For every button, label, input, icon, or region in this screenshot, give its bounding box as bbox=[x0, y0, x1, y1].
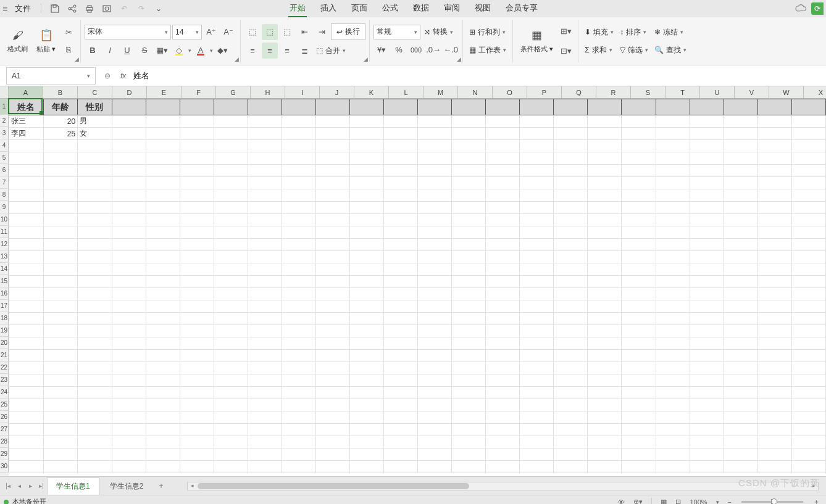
cell-I26[interactable] bbox=[282, 411, 316, 424]
cell-N4[interactable] bbox=[452, 140, 486, 152]
cell-C16[interactable] bbox=[78, 288, 112, 300]
cell-O13[interactable] bbox=[486, 251, 520, 263]
cell-R1[interactable] bbox=[588, 99, 622, 115]
cell-Q2[interactable] bbox=[554, 115, 588, 128]
font-name-combo[interactable]: 宋体▾ bbox=[85, 25, 171, 39]
cell-A21[interactable] bbox=[9, 350, 44, 362]
cell-O10[interactable] bbox=[486, 214, 520, 226]
cell-V28[interactable] bbox=[724, 436, 757, 448]
cell-O15[interactable] bbox=[486, 276, 520, 288]
cell-P10[interactable] bbox=[520, 214, 554, 226]
view-normal-icon[interactable]: ▦ bbox=[658, 498, 669, 504]
cell-S28[interactable] bbox=[622, 436, 656, 448]
cell-T24[interactable] bbox=[656, 387, 690, 399]
cell-T23[interactable] bbox=[656, 374, 690, 387]
cell-P1[interactable] bbox=[520, 99, 554, 115]
cell-N23[interactable] bbox=[452, 374, 486, 387]
cell-S25[interactable] bbox=[622, 399, 656, 411]
cell-C19[interactable] bbox=[78, 325, 112, 337]
cell-P2[interactable] bbox=[520, 115, 554, 128]
cell-L19[interactable] bbox=[384, 325, 418, 337]
cell-I5[interactable] bbox=[282, 152, 316, 165]
cell-X17[interactable] bbox=[791, 300, 825, 313]
cell-F11[interactable] bbox=[180, 226, 214, 239]
cell-L24[interactable] bbox=[384, 387, 418, 399]
highlight-icon[interactable]: ◆▾ bbox=[214, 43, 230, 59]
cell-V11[interactable] bbox=[724, 226, 757, 239]
cell-L25[interactable] bbox=[384, 399, 418, 411]
cell-S21[interactable] bbox=[622, 350, 656, 362]
cell-X26[interactable] bbox=[791, 411, 825, 424]
cell-G30[interactable] bbox=[214, 461, 248, 473]
cell-J29[interactable] bbox=[316, 448, 350, 461]
cell-J26[interactable] bbox=[316, 411, 350, 424]
cell-U1[interactable] bbox=[690, 99, 724, 115]
cell-O28[interactable] bbox=[486, 436, 520, 448]
cell-H17[interactable] bbox=[248, 300, 282, 313]
cell-G14[interactable] bbox=[214, 263, 248, 276]
cell-I8[interactable] bbox=[282, 189, 316, 202]
row-header-17[interactable]: 17 bbox=[0, 300, 9, 312]
cell-L7[interactable] bbox=[384, 177, 418, 189]
cell-W21[interactable] bbox=[757, 350, 791, 362]
cell-F12[interactable] bbox=[180, 239, 214, 251]
cell-I12[interactable] bbox=[282, 239, 316, 251]
cell-G22[interactable] bbox=[214, 362, 248, 374]
row-header-2[interactable]: 2 bbox=[0, 115, 9, 127]
cell-P25[interactable] bbox=[520, 399, 554, 411]
cell-C25[interactable] bbox=[78, 399, 112, 411]
cell-S15[interactable] bbox=[622, 276, 656, 288]
cell-K23[interactable] bbox=[350, 374, 384, 387]
cell-E18[interactable] bbox=[146, 313, 180, 325]
cell-L4[interactable] bbox=[384, 140, 418, 152]
col-header-A[interactable]: A bbox=[9, 86, 43, 98]
cell-G3[interactable] bbox=[214, 128, 248, 140]
cell-B7[interactable] bbox=[43, 177, 78, 189]
cell-V7[interactable] bbox=[724, 177, 757, 189]
cell-B12[interactable] bbox=[43, 239, 78, 251]
row-header-4[interactable]: 4 bbox=[0, 139, 9, 152]
cell-Q30[interactable] bbox=[554, 461, 588, 473]
cell-C18[interactable] bbox=[78, 313, 112, 325]
cell-P19[interactable] bbox=[520, 325, 554, 337]
cell-A16[interactable] bbox=[9, 288, 44, 300]
cell-U7[interactable] bbox=[690, 177, 724, 189]
cell-V8[interactable] bbox=[724, 189, 757, 202]
cell-Q4[interactable] bbox=[554, 140, 588, 152]
cell-C26[interactable] bbox=[78, 411, 112, 424]
cell-O8[interactable] bbox=[486, 189, 520, 202]
cell-Q22[interactable] bbox=[554, 362, 588, 374]
row-header-23[interactable]: 23 bbox=[0, 374, 9, 386]
cell-G5[interactable] bbox=[214, 152, 248, 165]
cell-A20[interactable] bbox=[9, 337, 44, 350]
cell-L28[interactable] bbox=[384, 436, 418, 448]
cell-V16[interactable] bbox=[724, 288, 757, 300]
cell-H16[interactable] bbox=[248, 288, 282, 300]
cell-N25[interactable] bbox=[452, 399, 486, 411]
cell-W20[interactable] bbox=[757, 337, 791, 350]
col-header-W[interactable]: W bbox=[769, 86, 804, 98]
cell-X21[interactable] bbox=[791, 350, 825, 362]
cell-A27[interactable] bbox=[9, 424, 44, 436]
cell-H7[interactable] bbox=[248, 177, 282, 189]
cell-N27[interactable] bbox=[452, 424, 486, 436]
cell-W22[interactable] bbox=[757, 362, 791, 374]
cell-Q23[interactable] bbox=[554, 374, 588, 387]
cell-N20[interactable] bbox=[452, 337, 486, 350]
cell-O6[interactable] bbox=[486, 165, 520, 177]
cell-U19[interactable] bbox=[690, 325, 724, 337]
cell-O21[interactable] bbox=[486, 350, 520, 362]
cell-C4[interactable] bbox=[78, 140, 112, 152]
cell-R20[interactable] bbox=[588, 337, 622, 350]
cell-A25[interactable] bbox=[9, 399, 44, 411]
cell-W25[interactable] bbox=[757, 399, 791, 411]
cell-K19[interactable] bbox=[350, 325, 384, 337]
cell-S13[interactable] bbox=[622, 251, 656, 263]
cell-R6[interactable] bbox=[588, 165, 622, 177]
cell-F26[interactable] bbox=[180, 411, 214, 424]
filter-button[interactable]: ▽ 筛选▾ bbox=[617, 43, 651, 57]
cell-P28[interactable] bbox=[520, 436, 554, 448]
cell-I30[interactable] bbox=[282, 461, 316, 473]
tab-data[interactable]: 数据 bbox=[412, 0, 430, 17]
tab-view[interactable]: 视图 bbox=[473, 0, 492, 17]
